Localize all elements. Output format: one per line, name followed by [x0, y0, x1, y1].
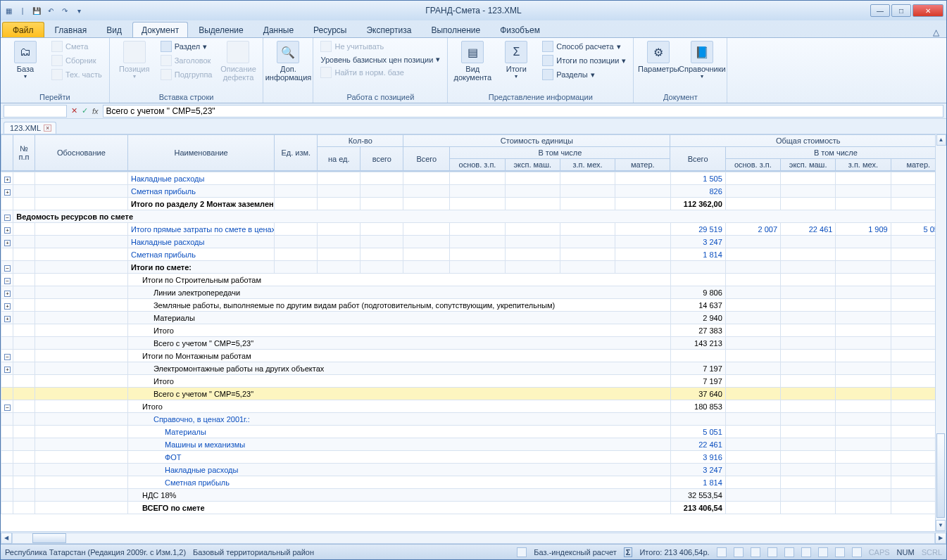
doc-tab[interactable]: 123.XML×	[4, 122, 56, 134]
table-row[interactable]: Машины и механизмы22 461	[1, 438, 946, 451]
horizontal-scrollbar[interactable]: ◀ ▶	[1, 531, 946, 544]
status-calc: Баз.-индексный расчет	[534, 548, 616, 556]
collection-button[interactable]: Сборник	[49, 53, 105, 68]
qat-undo-icon[interactable]: ↶	[46, 6, 56, 15]
viewdoc-button[interactable]: ▤Вид документа	[452, 39, 493, 82]
table-row[interactable]: Накладные расходы3 247	[1, 464, 946, 476]
formula-bar: ✕ ✓ fx Всего с учетом " СМР=5,23"	[1, 103, 946, 119]
table-row[interactable]: НДС 18%32 553,54	[1, 489, 946, 502]
ribbon-tab[interactable]: Экспертиза	[357, 22, 420, 37]
estimate-button[interactable]: Смета	[49, 39, 105, 53]
document-tabs: 123.XML×	[1, 119, 946, 134]
close-doc-icon[interactable]: ×	[44, 125, 51, 132]
cancel-icon[interactable]: ✕	[71, 106, 77, 115]
pricelevel-button[interactable]: Уровень базисных цен позиции ▾	[318, 53, 443, 65]
table-row[interactable]: +Материалы2 940	[1, 312, 946, 324]
grid-area: № п.п Обоснование Наименование Ед. изм. …	[1, 134, 946, 531]
table-row[interactable]: Итого7 197	[1, 375, 946, 388]
table-row[interactable]: −Итого180 853	[1, 400, 946, 413]
subgroup-button[interactable]: Подгруппа	[158, 68, 215, 82]
close-button[interactable]: ✕	[912, 4, 943, 17]
ribbon-tab[interactable]: Физобъем	[491, 22, 549, 37]
table-row[interactable]: Сметная прибыль1 814	[1, 476, 946, 489]
table-row[interactable]: Всего с учетом " СМР=5,23"143 213	[1, 337, 946, 350]
table-row[interactable]: Материалы5 051	[1, 426, 946, 438]
ribbon-tab[interactable]: Выделение	[189, 22, 253, 37]
ribbon-tab[interactable]: Выполнение	[422, 22, 489, 37]
bypos-button[interactable]: Итоги по позиции ▾	[539, 53, 629, 68]
caps-indicator: CAPS	[869, 548, 890, 556]
noaccount-button[interactable]: Не учитывать	[318, 39, 443, 53]
sigma-icon: Σ	[624, 547, 633, 557]
minimize-button[interactable]: —	[870, 4, 890, 17]
ribbon-tab[interactable]: Вид	[97, 22, 131, 37]
params-button[interactable]: ⚙Параметры	[638, 39, 679, 73]
table-row[interactable]: +Электромонтажные работы на других объек…	[1, 362, 946, 375]
table-row[interactable]: −Ведомость ресурсов по смете	[1, 210, 946, 223]
status-icon[interactable]	[734, 547, 744, 557]
table-row[interactable]: Всего с учетом " СМР=5,23"37 640	[1, 388, 946, 400]
status-total: Итого: 213 406,54р.	[639, 548, 709, 556]
num-indicator: NUM	[897, 548, 915, 556]
tech-button[interactable]: Тех. часть	[49, 68, 105, 82]
header-button[interactable]: Заголовок	[158, 53, 215, 68]
ribbon-tab[interactable]: Данные	[254, 22, 303, 37]
file-tab[interactable]: Файл	[2, 22, 44, 37]
status-icon[interactable]	[717, 547, 727, 557]
refs-button[interactable]: 📘Справочники▾	[682, 39, 722, 79]
status-icon[interactable]	[835, 547, 845, 557]
findnorm-button[interactable]: Найти в норм. базе	[318, 65, 443, 79]
sections-button[interactable]: Разделы ▾	[539, 68, 629, 82]
table-row[interactable]: ВСЕГО по смете213 406,54	[1, 502, 946, 514]
table-row[interactable]: +Накладные расходы3 247	[1, 236, 946, 248]
qat-sep: |	[18, 6, 27, 15]
totals-button[interactable]: ΣИтоги▾	[496, 39, 537, 79]
ribbon-collapse-icon[interactable]: △	[933, 27, 939, 37]
grid-body[interactable]: +Накладные расходы1 505+Сметная прибыль8…	[1, 172, 946, 531]
ribbon-tab[interactable]: Документ	[132, 22, 188, 37]
status-zone: Базовый территориальный район	[193, 548, 314, 556]
ribbon-tabrow: Файл ГлавнаяВидДокументВыделениеДанныеРе…	[1, 20, 946, 37]
cell-address[interactable]	[4, 105, 67, 117]
maximize-button[interactable]: □	[891, 4, 911, 17]
table-row[interactable]: +Накладные расходы1 505	[1, 172, 946, 185]
status-icon[interactable]	[767, 547, 777, 557]
base-button[interactable]: 🗂База▾	[5, 39, 46, 79]
titlebar: ▦ | 💾 ↶ ↷ ▾ ГРАНД-Смета - 123.XML — □ ✕	[1, 1, 946, 20]
addinfo-button[interactable]: 🔍Доп. информация	[268, 39, 308, 82]
table-row[interactable]: Итого27 383	[1, 324, 946, 337]
table-row[interactable]: −Итоги по Строительным работам	[1, 274, 946, 286]
ribbon: 🗂База▾ Смета Сборник Тех. часть Перейти …	[1, 37, 946, 103]
status-icon[interactable]	[852, 547, 862, 557]
section-button[interactable]: Раздел ▾	[158, 39, 215, 53]
status-icon[interactable]	[818, 547, 828, 557]
calcway-button[interactable]: Способ расчета ▾	[539, 39, 629, 53]
ribbon-tab[interactable]: Главная	[46, 22, 96, 37]
status-icon[interactable]	[784, 547, 794, 557]
table-row[interactable]: −Итоги по смете:	[1, 261, 946, 274]
table-row[interactable]: Сметная прибыль1 814	[1, 248, 946, 261]
formula-input[interactable]: Всего с учетом " СМР=5,23"	[103, 105, 943, 117]
defect-button[interactable]: Описание дефекта	[218, 39, 258, 82]
accept-icon[interactable]: ✓	[82, 106, 88, 115]
vertical-scrollbar[interactable]: ▲ ▼	[935, 134, 946, 531]
ribbon-tab[interactable]: Ресурсы	[304, 22, 356, 37]
position-button[interactable]: Позиция▾	[114, 39, 155, 79]
scrl-indicator: SCRL	[922, 548, 942, 556]
fx-icon[interactable]: fx	[92, 107, 99, 115]
status-icon[interactable]	[751, 547, 760, 557]
table-row[interactable]: Справочно, в ценах 2001г.:	[1, 413, 946, 426]
table-row[interactable]: −Итоги по Монтажным работам	[1, 350, 946, 362]
qat-redo-icon[interactable]: ↷	[60, 6, 70, 15]
table-row[interactable]: ФОТ3 916	[1, 451, 946, 464]
table-row[interactable]: +Линии электропередачи9 806	[1, 286, 946, 299]
status-icon[interactable]	[801, 547, 811, 557]
table-row[interactable]: +Земляные работы, выполняемые по другим …	[1, 299, 946, 312]
qat-dropdown-icon[interactable]: ▾	[74, 6, 84, 15]
status-calc-icon	[517, 547, 527, 557]
table-row[interactable]: Итого по разделу 2 Монтаж заземления112 …	[1, 198, 946, 210]
qat-save-icon[interactable]: 💾	[32, 6, 42, 15]
app-icon: ▦	[4, 6, 13, 15]
table-row[interactable]: +Итого прямые затраты по смете в ценах 2…	[1, 223, 946, 236]
table-row[interactable]: +Сметная прибыль826	[1, 185, 946, 198]
